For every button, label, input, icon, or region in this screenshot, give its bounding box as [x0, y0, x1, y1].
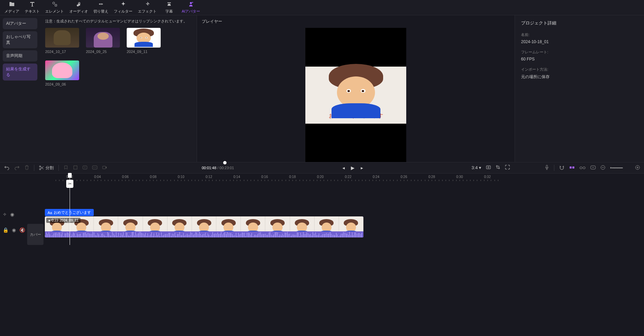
- import-value: 元の場所に保存: [521, 74, 638, 80]
- playhead-cut-icon[interactable]: ✂: [66, 180, 73, 188]
- time-display: 00:01:48 / 00:23:01: [202, 166, 234, 170]
- zoom-in-icon[interactable]: [635, 165, 640, 171]
- tab-subtitle[interactable]: 字幕: [159, 0, 179, 15]
- undo-icon[interactable]: [4, 165, 10, 171]
- prev-frame-icon[interactable]: ◂: [342, 165, 345, 171]
- thumbnail-image: [45, 60, 79, 80]
- sidebar-item-voice-sync[interactable]: 音声同期: [3, 50, 37, 61]
- tab-media[interactable]: メディア: [2, 0, 22, 15]
- record-tool-icon[interactable]: [102, 165, 107, 171]
- zoom-out-icon[interactable]: [601, 165, 605, 171]
- clip-mute-icon: ●: [48, 218, 50, 222]
- tab-text[interactable]: テキスト: [22, 0, 42, 15]
- mic-icon[interactable]: [544, 165, 549, 171]
- svg-rect-16: [580, 167, 582, 169]
- thumbnail-item[interactable]: 2024_09_11: [127, 28, 161, 54]
- audio-icon: [76, 1, 82, 8]
- video-clip[interactable]: ● 0:23 2024_09_11: [45, 216, 363, 237]
- track-eye-icon[interactable]: ◉: [10, 212, 14, 217]
- details-panel: プロジェクト詳細 名前: 2024-10-18_01 フレームレート: 60 F…: [515, 15, 644, 162]
- text-clip-icon: Aa: [48, 211, 52, 215]
- track-mute-icon[interactable]: 🔇: [19, 227, 25, 233]
- notice-text: 注意：生成されたすべてのデジタルヒューマンビデオはリップシンクされています。: [45, 19, 192, 24]
- cover-button[interactable]: カバー: [27, 224, 43, 245]
- next-frame-icon[interactable]: ▸: [361, 165, 363, 171]
- player-panel: プレイヤー おめでとうございます 00:01:48 / 00:23:01 ◂ ▶…: [197, 15, 515, 162]
- ruler-mark: 0:20: [317, 175, 323, 179]
- sidebar-item-avatar[interactable]: AIアバター: [3, 18, 37, 29]
- text-icon: [30, 1, 35, 8]
- folder-icon: [9, 1, 15, 8]
- thumbnail-image: [127, 28, 161, 48]
- fit-icon[interactable]: [590, 165, 596, 171]
- tab-elements[interactable]: エレメント: [42, 0, 67, 15]
- tab-label: エレメント: [45, 9, 64, 14]
- ruler-mark: 0:28: [428, 175, 435, 179]
- zoom-slider[interactable]: •━━━━: [610, 165, 630, 171]
- svg-point-5: [488, 167, 489, 168]
- tab-effect[interactable]: エフェクト: [135, 0, 159, 15]
- svg-text:T: T: [84, 166, 86, 169]
- magnet-icon[interactable]: [559, 165, 565, 171]
- ruler-mark: 0:08: [150, 175, 156, 179]
- elements-icon: [52, 1, 57, 8]
- playhead[interactable]: ✂: [70, 174, 70, 245]
- svg-rect-13: [546, 165, 548, 168]
- svg-rect-1: [55, 4, 57, 6]
- video-canvas[interactable]: おめでとうございます: [305, 28, 406, 162]
- text-clip-label: おめでとうございます: [54, 210, 91, 215]
- tab-transition[interactable]: 切り替え: [91, 0, 111, 15]
- crop-tool-icon[interactable]: [73, 165, 78, 171]
- tab-audio[interactable]: オーディオ: [67, 0, 91, 15]
- play-icon[interactable]: ▶: [351, 165, 355, 171]
- svg-rect-8: [74, 166, 77, 169]
- snapshot-icon[interactable]: [486, 165, 491, 171]
- track-visibility-icon[interactable]: ◉: [12, 227, 16, 233]
- tab-filter[interactable]: フィルター: [111, 0, 135, 15]
- tab-ai-avatar[interactable]: AIアバター: [179, 0, 203, 15]
- crop-icon[interactable]: [496, 165, 500, 171]
- thumbnail-item[interactable]: 2024_10_17: [45, 28, 79, 54]
- tab-label: 字幕: [165, 9, 173, 14]
- player-controls: 00:01:48 / 00:23:01 ◂ ▶ ▸ 3:4 ▾: [197, 162, 515, 173]
- caption-tool-icon[interactable]: [92, 165, 97, 171]
- marker-icon[interactable]: [64, 165, 68, 171]
- svg-point-3: [192, 2, 193, 3]
- total-time: / 00:23:01: [217, 166, 234, 170]
- svg-rect-17: [583, 167, 585, 169]
- player-video-area: おめでとうございます: [197, 28, 515, 162]
- ruler-mark: 0:16: [261, 175, 268, 179]
- tab-label: 切り替え: [93, 9, 108, 14]
- framerate-label: フレームレート:: [521, 50, 638, 55]
- unlink-icon[interactable]: [579, 165, 586, 171]
- thumbnail-label: 2024_10_17: [45, 50, 79, 54]
- thumbnail-item[interactable]: 2024_09_25: [86, 28, 120, 54]
- aspect-ratio-selector[interactable]: 3:4 ▾: [471, 165, 481, 170]
- redo-icon[interactable]: [14, 165, 20, 171]
- text-tool-icon[interactable]: T: [83, 165, 87, 171]
- track-lock-icon[interactable]: 🔒: [3, 227, 8, 233]
- delete-icon[interactable]: [24, 165, 29, 171]
- link-icon[interactable]: [569, 165, 575, 171]
- svg-point-2: [190, 2, 192, 4]
- ruler-mark: 0:26: [400, 175, 407, 179]
- timeline-ruler[interactable]: 0:020:040:060:080:100:120:140:160:180:20…: [44, 175, 644, 182]
- svg-rect-12: [103, 166, 106, 169]
- ruler-mark: 0:04: [94, 175, 101, 179]
- track-effect-icon[interactable]: ✧: [3, 212, 7, 217]
- progress-thumb[interactable]: [223, 161, 227, 164]
- svg-point-6: [39, 166, 41, 167]
- player-title: プレイヤー: [197, 15, 515, 28]
- sidebar-item-talking-photo[interactable]: おしゃべり写真: [3, 31, 37, 48]
- thumbnail-label: 2024_09_11: [127, 50, 161, 54]
- fullscreen-icon[interactable]: [505, 165, 510, 171]
- sidebar-item-generate[interactable]: 結果を生成する: [3, 64, 37, 81]
- svg-point-7: [39, 169, 41, 170]
- ruler-mark: 0:22: [345, 175, 351, 179]
- filter-icon: [121, 1, 126, 8]
- split-button[interactable]: 分割: [39, 165, 54, 171]
- ruler-mark: 0:10: [178, 175, 184, 179]
- framerate-value: 60 FPS: [521, 57, 638, 61]
- svg-rect-15: [572, 166, 574, 169]
- thumbnail-item[interactable]: 2024_09_06: [45, 60, 79, 86]
